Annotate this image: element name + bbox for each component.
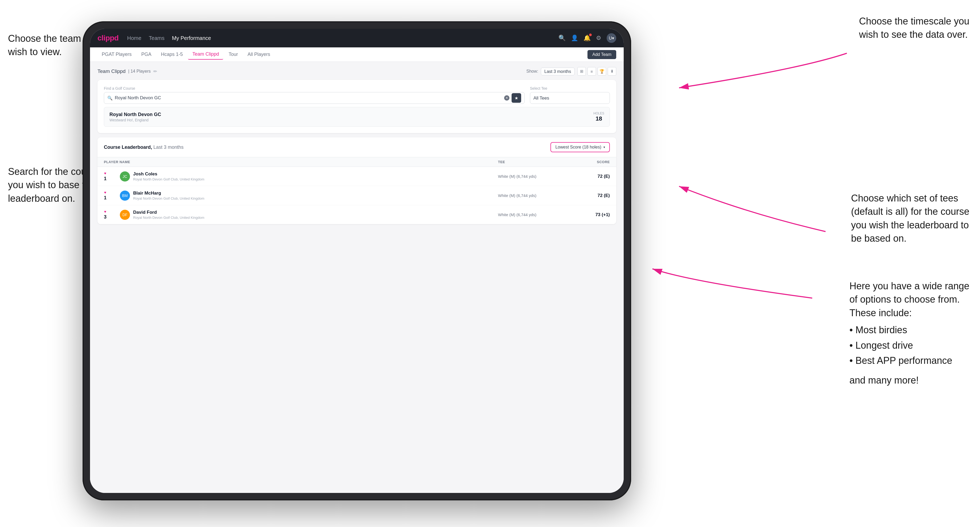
player-rank-3: ♥ 3	[104, 210, 120, 220]
col-header-score: SCORE	[567, 160, 610, 164]
course-name: Royal North Devon GC	[110, 112, 161, 117]
list-view-button[interactable]: ≡	[587, 67, 596, 76]
navbar: clippd Home Teams My Performance 🔍 👤 🔔 ⚙…	[90, 29, 624, 48]
col-header-player: PLAYER NAME	[104, 160, 498, 164]
nav-right: 🔍 👤 🔔 ⚙ U▾	[558, 33, 616, 43]
player-info-1: JC Josh Coles Royal North Devon Golf Clu…	[120, 171, 498, 181]
search-icon-small: 🔍	[107, 95, 113, 101]
player-details-2: Blair McHarg Royal North Devon Golf Club…	[133, 190, 204, 200]
course-info: Royal North Devon GC Westward Ho!, Engla…	[110, 112, 161, 122]
leaderboard-title: Course Leaderboard, Last 3 months	[104, 144, 183, 150]
course-result: Royal North Devon GC Westward Ho!, Engla…	[104, 107, 610, 127]
player-name-1: Josh Coles	[133, 171, 204, 177]
player-club-3: Royal North Devon Golf Club, United King…	[133, 216, 204, 220]
tee-select-wrapper: All Tees	[530, 92, 610, 104]
time-period-dropdown[interactable]: Last 3 months	[541, 68, 575, 75]
tee-select-label: Select Tee	[530, 86, 610, 90]
leaderboard-header: Course Leaderboard, Last 3 months Lowest…	[97, 137, 616, 157]
player-name-3: David Ford	[133, 210, 204, 215]
score-cell-2: 72 (E)	[567, 193, 610, 198]
player-avatar-3: DF	[120, 210, 130, 220]
tee-select-dropdown[interactable]: All Tees	[530, 92, 610, 104]
tablet-frame: clippd Home Teams My Performance 🔍 👤 🔔 ⚙…	[83, 21, 631, 500]
download-view-button[interactable]: ⬇	[608, 67, 616, 76]
player-club-1: Royal North Devon Golf Club, United King…	[133, 177, 204, 181]
course-search-section: Find a Golf Course 🔍 ✕ ★	[104, 86, 525, 104]
add-team-button[interactable]: Add Team	[587, 50, 616, 59]
table-row: ♥ 1 JC Josh Coles Royal North Devon Golf…	[97, 167, 616, 186]
score-cell-1: 72 (E)	[567, 174, 610, 179]
col-header-tee: TEE	[498, 160, 567, 164]
tablet-screen: clippd Home Teams My Performance 🔍 👤 🔔 ⚙…	[90, 29, 624, 493]
option-app: Best APP performance	[850, 353, 969, 368]
search-card: Find a Golf Course 🔍 ✕ ★ Select Tee Al	[97, 80, 616, 133]
sub-nav-all-players[interactable]: All Players	[243, 49, 275, 59]
user-avatar[interactable]: U▾	[607, 33, 616, 43]
main-content: Team Clippd | 14 Players ✏ Show: Last 3 …	[90, 62, 624, 493]
holes-badge: Holes 18	[593, 111, 604, 122]
score-cell-3: 73 (+1)	[567, 212, 610, 217]
show-label: Show:	[527, 69, 538, 74]
chevron-down-icon: ▾	[603, 145, 605, 149]
player-avatar-1: JC	[120, 171, 130, 181]
heart-icon-2[interactable]: ♥	[104, 190, 106, 195]
rank-1: ♥ 1	[104, 171, 107, 181]
show-controls: Show: Last 3 months ⊞ ≡ 🏆 ⬇	[527, 67, 616, 76]
sub-nav-tour[interactable]: Tour	[224, 49, 242, 59]
clear-search-button[interactable]: ✕	[504, 95, 509, 101]
sub-nav-hcaps[interactable]: Hcaps 1-5	[157, 49, 187, 59]
tee-cell-3: White (M) (6,744 yds)	[498, 213, 567, 217]
favorite-button[interactable]: ★	[512, 93, 521, 103]
search-icon[interactable]: 🔍	[558, 35, 566, 41]
heart-icon-1[interactable]: ♥	[104, 171, 106, 175]
player-info-2: BM Blair McHarg Royal North Devon Golf C…	[120, 190, 498, 201]
notification-icon[interactable]: 🔔	[584, 35, 591, 41]
annotation-options: Here you have a wide range of options to…	[850, 279, 969, 387]
trophy-view-button[interactable]: 🏆	[598, 67, 606, 76]
table-row: ♥ 3 DF David Ford Royal North Devon Golf…	[97, 205, 616, 224]
leaderboard-card: Course Leaderboard, Last 3 months Lowest…	[97, 137, 616, 224]
team-title: Team Clippd | 14 Players ✏	[97, 68, 157, 74]
nav-link-performance[interactable]: My Performance	[172, 35, 211, 41]
option-birdies: Most birdies	[850, 322, 969, 338]
sub-nav-pga[interactable]: PGA	[137, 49, 156, 59]
player-avatar-2: BM	[120, 190, 130, 201]
course-search-input[interactable]	[115, 95, 502, 101]
heart-icon-3[interactable]: ♥	[104, 210, 106, 214]
holes-number: 18	[593, 115, 604, 122]
table-header: PLAYER NAME TEE SCORE	[97, 157, 616, 167]
grid-view-button[interactable]: ⊞	[578, 67, 586, 76]
search-row: Find a Golf Course 🔍 ✕ ★ Select Tee Al	[104, 86, 610, 104]
tee-cell-2: White (M) (6,744 yds)	[498, 193, 567, 198]
settings-icon[interactable]: ⚙	[596, 35, 601, 41]
sub-nav-team-clippd[interactable]: Team Clippd	[188, 49, 223, 60]
player-details-1: Josh Coles Royal North Devon Golf Club, …	[133, 171, 204, 181]
people-icon[interactable]: 👤	[571, 35, 578, 41]
view-icons: ⊞ ≡ 🏆 ⬇	[578, 67, 616, 76]
player-club-2: Royal North Devon Golf Club, United King…	[133, 197, 204, 200]
team-name: Team Clippd	[97, 68, 126, 74]
nav-link-home[interactable]: Home	[127, 35, 141, 41]
holes-label: Holes	[593, 111, 604, 115]
player-info-3: DF David Ford Royal North Devon Golf Clu…	[120, 210, 498, 220]
player-count: | 14 Players	[128, 69, 151, 74]
course-search-label: Find a Golf Course	[104, 86, 525, 90]
team-header-row: Team Clippd | 14 Players ✏ Show: Last 3 …	[97, 67, 616, 76]
sub-navbar: PGAT Players PGA Hcaps 1-5 Team Clippd T…	[90, 48, 624, 62]
rank-3: ♥ 3	[104, 210, 107, 220]
player-details-3: David Ford Royal North Devon Golf Club, …	[133, 210, 204, 220]
and-more-text: and many more!	[850, 374, 969, 387]
edit-team-icon[interactable]: ✏	[153, 69, 157, 74]
score-filter-dropdown[interactable]: Lowest Score (18 holes) ▾	[550, 142, 610, 152]
nav-link-teams[interactable]: Teams	[149, 35, 165, 41]
annotation-timescale: Choose the timescale you wish to see the…	[859, 14, 969, 41]
course-location: Westward Ho!, England	[110, 118, 161, 122]
rank-2: ♥ 1	[104, 190, 107, 201]
tee-select-section: Select Tee All Tees	[530, 86, 610, 104]
sub-nav-pgat[interactable]: PGAT Players	[97, 49, 136, 59]
options-list: Most birdies Longest drive Best APP perf…	[850, 322, 969, 368]
notif-dot	[589, 33, 592, 36]
player-rank-1: ♥ 1	[104, 171, 120, 181]
option-drive: Longest drive	[850, 338, 969, 353]
player-rank-2: ♥ 1	[104, 190, 120, 201]
